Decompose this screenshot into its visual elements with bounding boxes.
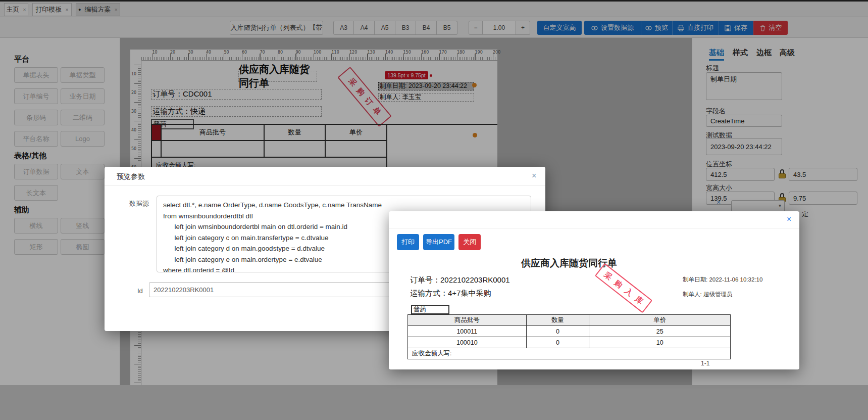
cell-qty: 0 <box>526 326 589 337</box>
preview-make-date: 制单日期: 2022-11-06 10:32:10 <box>683 276 762 284</box>
table-row: 100010 0 10 <box>408 337 731 348</box>
export-pdf-button[interactable]: 导出PDF <box>423 234 454 250</box>
preview-order-no: 订单号：2022102203RK0001 <box>410 275 510 285</box>
close-preview-button[interactable]: 关闭 <box>458 234 481 250</box>
modal-header-divider <box>389 228 799 228</box>
cell-price: 10 <box>589 337 731 348</box>
datasource-label: 数据源 <box>129 199 149 208</box>
cell-batch: 100010 <box>408 337 527 348</box>
table-row: 100011 0 25 <box>408 326 731 337</box>
cell-qty: 0 <box>526 337 589 348</box>
close-icon[interactable]: × <box>532 172 536 180</box>
preview-maker: 制单人: 超级管理员 <box>683 291 732 298</box>
preview-stamp: 采购入库 <box>595 263 652 313</box>
print-preview-modal: × 打印 导出PDF 关闭 供应商入库随货同行单 订单号：2022102203R… <box>389 211 799 369</box>
id-label: Id <box>137 287 143 295</box>
preview-table-header: 单价 <box>589 315 731 326</box>
preview-doc-title: 供应商入库随货同行单 <box>407 257 731 270</box>
cell-batch: 100011 <box>408 326 527 337</box>
page-indicator: 1-1 <box>701 360 709 367</box>
preview-transport: 运输方式：4+7集中采购 <box>410 289 491 298</box>
close-icon[interactable]: × <box>787 215 791 223</box>
cell-price: 25 <box>589 326 731 337</box>
preview-table-header: 数量 <box>526 315 589 326</box>
modal-title: 预览参数 <box>117 172 145 181</box>
preview-table: 商品批号 数量 单价 100011 0 25 100010 0 10 应收金额大… <box>407 314 731 359</box>
print-button[interactable]: 打印 <box>397 234 419 250</box>
preview-category-box: 普药 <box>411 305 449 314</box>
preview-table-header: 商品批号 <box>408 315 527 326</box>
app: 主页 × 打印模板 × ● 编辑方案 × 入库随货同行单（列表式）【带 A3 A… <box>0 0 868 420</box>
modal-header-divider <box>105 185 545 185</box>
preview-table-footer: 应收金额大写: <box>408 348 731 359</box>
